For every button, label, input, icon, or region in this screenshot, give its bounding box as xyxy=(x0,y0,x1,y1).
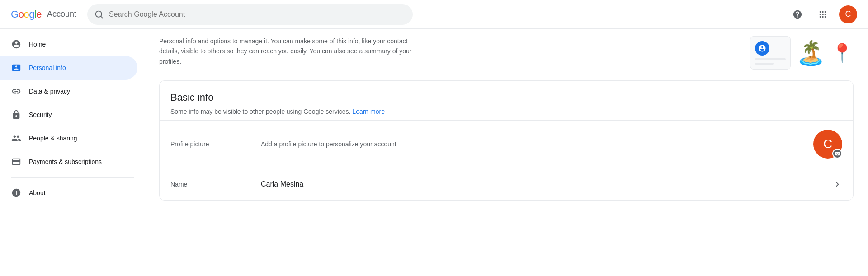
search-icon xyxy=(94,10,104,19)
sidebar-item-personal-info-label: Personal info xyxy=(29,64,66,71)
account-label: Account xyxy=(47,9,76,19)
hero-card-line2 xyxy=(755,63,774,65)
help-button[interactable] xyxy=(788,5,807,23)
profile-picture-action: C xyxy=(813,130,842,159)
name-label: Name xyxy=(170,181,261,188)
sidebar-item-home-label: Home xyxy=(29,41,46,48)
sidebar-item-people-sharing-label: People & sharing xyxy=(29,135,77,142)
profile-picture-description: Add a profile picture to personalize you… xyxy=(261,140,813,148)
profile-picture-row[interactable]: Profile picture Add a profile picture to… xyxy=(160,120,853,168)
page-layout: Home Personal info Data & privacy Securi… xyxy=(0,29,868,276)
basic-info-card: Basic info Some info may be visible to o… xyxy=(159,80,854,201)
google-account-logo[interactable]: Google Account xyxy=(11,9,76,20)
sidebar-item-data-privacy[interactable]: Data & privacy xyxy=(0,80,137,103)
apps-icon xyxy=(818,9,828,19)
svg-line-1 xyxy=(101,16,103,18)
hero-section: Personal info and options to manage it. … xyxy=(159,29,854,80)
sidebar-item-about-label: About xyxy=(29,189,46,196)
sidebar-item-payments-label: Payments & subscriptions xyxy=(29,158,102,165)
camera-badge xyxy=(832,149,842,159)
sidebar: Home Personal info Data & privacy Securi… xyxy=(0,29,145,276)
search-input[interactable] xyxy=(109,10,406,19)
name-value: Carla Mesina xyxy=(261,180,832,188)
sidebar-item-data-privacy-label: Data & privacy xyxy=(29,88,70,95)
personal-info-icon xyxy=(11,62,22,73)
hero-photo-illustration: 🏝️ xyxy=(796,39,826,67)
hero-description: Personal info and options to manage it. … xyxy=(159,36,421,66)
name-chevron xyxy=(832,179,842,189)
hero-card-illustration xyxy=(750,36,791,70)
sidebar-item-about[interactable]: About xyxy=(0,181,137,205)
google-wordmark: Google xyxy=(11,9,42,20)
card-title: Basic info xyxy=(170,92,842,103)
sidebar-item-personal-info[interactable]: Personal info xyxy=(0,56,137,80)
chevron-right-icon xyxy=(832,179,842,189)
sidebar-item-security-label: Security xyxy=(29,111,52,118)
security-icon xyxy=(11,109,22,120)
data-privacy-icon xyxy=(11,86,22,97)
card-header: Basic info Some info may be visible to o… xyxy=(160,81,853,120)
hero-card-avatar xyxy=(755,41,769,56)
hero-card-line1 xyxy=(755,58,786,60)
header-actions: C xyxy=(788,5,857,23)
apps-button[interactable] xyxy=(814,5,832,23)
hero-illustration: 🏝️ 📍 xyxy=(750,36,854,70)
name-row[interactable]: Name Carla Mesina xyxy=(160,168,853,200)
profile-picture-label: Profile picture xyxy=(170,140,261,148)
sidebar-item-people-sharing[interactable]: People & sharing xyxy=(0,126,137,150)
search-bar[interactable] xyxy=(87,4,413,25)
sidebar-item-security[interactable]: Security xyxy=(0,103,137,126)
user-avatar[interactable]: C xyxy=(839,5,857,23)
learn-more-link[interactable]: Learn more xyxy=(352,108,385,115)
sidebar-item-home[interactable]: Home xyxy=(0,33,137,56)
help-icon xyxy=(793,9,802,19)
payments-icon xyxy=(11,156,22,167)
profile-avatar: C xyxy=(813,130,842,159)
card-subtitle-text: Some info may be visible to other people… xyxy=(170,108,350,115)
main-content: Personal info and options to manage it. … xyxy=(145,29,868,276)
card-subtitle: Some info may be visible to other people… xyxy=(170,107,842,117)
about-icon xyxy=(11,187,22,198)
people-sharing-icon xyxy=(11,133,22,144)
home-icon xyxy=(11,39,22,50)
header: Google Account C xyxy=(0,0,868,29)
sidebar-item-payments[interactable]: Payments & subscriptions xyxy=(0,150,137,173)
hero-map-illustration: 📍 xyxy=(831,42,854,64)
sidebar-divider xyxy=(11,177,134,178)
